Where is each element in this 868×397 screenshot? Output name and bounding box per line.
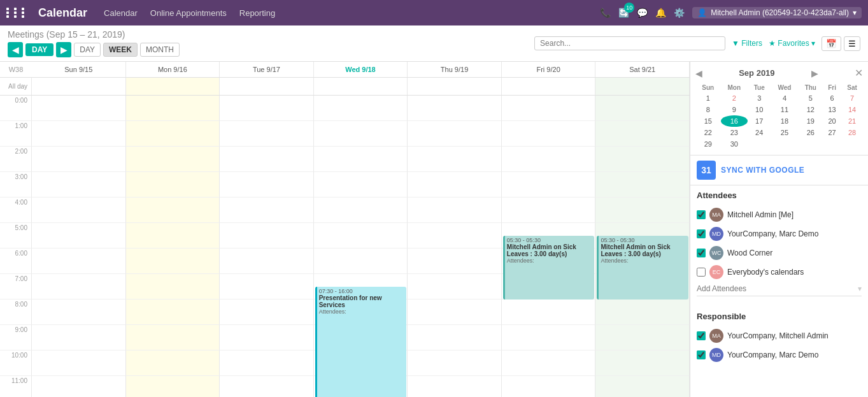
- grid-cell-8-mon[interactable]: [126, 300, 220, 325]
- grid-cell-3-sat[interactable]: [595, 172, 690, 198]
- grid-cell-11-fri[interactable]: [502, 376, 596, 397]
- grid-cell-1-mon[interactable]: [126, 121, 220, 147]
- grid-cell-2-thu[interactable]: [408, 147, 502, 172]
- grid-cell-3-thu[interactable]: [408, 172, 502, 198]
- grid-cell-9-sun[interactable]: [32, 325, 126, 350]
- grid-cell-4-tue[interactable]: [220, 198, 314, 223]
- prev-week-button[interactable]: ◀: [8, 42, 23, 57]
- grid-cell-5-tue[interactable]: [220, 223, 314, 249]
- add-attendees-input[interactable]: [697, 284, 855, 293]
- grid-cell-2-sat[interactable]: [595, 147, 690, 172]
- grid-cell-5-wed[interactable]: [314, 223, 408, 249]
- grid-cell-1-sat[interactable]: [595, 121, 690, 147]
- grid-cell-10-thu[interactable]: [408, 350, 502, 376]
- chat-icon[interactable]: 💬: [637, 8, 648, 18]
- grid-cell-9-tue[interactable]: [220, 325, 314, 350]
- grid-cell-8-sat[interactable]: [595, 300, 690, 325]
- bell-icon[interactable]: 🔔: [655, 8, 666, 18]
- mini-cal-day-12[interactable]: 12: [799, 104, 823, 115]
- grid-cell-2-sun[interactable]: [32, 147, 126, 172]
- favorites-button[interactable]: ★ Favorites ▾: [769, 39, 815, 48]
- mini-cal-day-2[interactable]: 2: [721, 92, 748, 104]
- grid-cell-10-fri[interactable]: [502, 350, 596, 376]
- calendar-event-5-5[interactable]: 05:30 - 05:30Mitchell Admin on Sick Leav…: [503, 236, 595, 300]
- mini-cal-day-3[interactable]: 3: [748, 92, 771, 104]
- mini-cal-day-19[interactable]: 19: [799, 115, 823, 127]
- apps-menu-icon[interactable]: [6, 8, 28, 18]
- mini-cal-day-10[interactable]: 10: [748, 104, 771, 115]
- nav-online-appointments[interactable]: Online Appointments: [150, 8, 227, 18]
- grid-cell-8-sun[interactable]: [32, 300, 126, 325]
- grid-cell-0-sat[interactable]: [595, 96, 690, 121]
- mini-cal-day-11[interactable]: 11: [771, 104, 798, 115]
- grid-cell-3-wed[interactable]: [314, 172, 408, 198]
- week-view-button[interactable]: WEEK: [103, 43, 138, 57]
- grid-cell-11-mon[interactable]: [126, 376, 220, 397]
- grid-cell-4-sun[interactable]: [32, 198, 126, 223]
- grid-cell-8-fri[interactable]: [502, 300, 596, 325]
- next-week-button[interactable]: ▶: [56, 42, 71, 57]
- grid-cell-3-fri[interactable]: [502, 172, 596, 198]
- grid-cell-6-mon[interactable]: [126, 249, 220, 274]
- grid-cell-9-thu[interactable]: [408, 325, 502, 350]
- mini-cal-day-5[interactable]: 5: [799, 92, 823, 104]
- grid-cell-2-wed[interactable]: [314, 147, 408, 172]
- grid-cell-4-wed[interactable]: [314, 198, 408, 223]
- grid-cell-5-sun[interactable]: [32, 223, 126, 249]
- mini-cal-day-22[interactable]: 22: [695, 127, 721, 138]
- mini-cal-day-15[interactable]: 15: [695, 115, 721, 127]
- filters-button[interactable]: ▼ Filters: [732, 39, 762, 48]
- grid-cell-1-sun[interactable]: [32, 121, 126, 147]
- grid-cell-8-thu[interactable]: [408, 300, 502, 325]
- mini-cal-day-9[interactable]: 9: [721, 104, 748, 115]
- mini-cal-next-button[interactable]: ▶: [811, 68, 818, 78]
- mini-cal-prev-button[interactable]: ◀: [695, 68, 702, 78]
- grid-cell-9-sat[interactable]: [595, 325, 690, 350]
- grid-cell-10-sat[interactable]: [595, 350, 690, 376]
- mini-cal-day-30[interactable]: 30: [721, 138, 748, 150]
- mini-cal-day-16[interactable]: 16: [721, 115, 748, 127]
- mini-cal-day-17[interactable]: 17: [748, 115, 771, 127]
- grid-cell-4-thu[interactable]: [408, 198, 502, 223]
- grid-cell-2-tue[interactable]: [220, 147, 314, 172]
- grid-cell-11-thu[interactable]: [408, 376, 502, 397]
- grid-cell-7-thu[interactable]: [408, 274, 502, 300]
- attendee-checkbox-2[interactable]: [697, 249, 706, 257]
- grid-cell-0-wed[interactable]: [314, 96, 408, 121]
- grid-cell-6-tue[interactable]: [220, 249, 314, 274]
- calendar-event-3-7[interactable]: 07:30 - 16:00Presentation for new Servic…: [315, 287, 407, 397]
- list-view-button[interactable]: ☰: [844, 36, 860, 51]
- mini-cal-day-8[interactable]: 8: [695, 104, 721, 115]
- grid-cell-0-tue[interactable]: [220, 96, 314, 121]
- grid-cell-2-mon[interactable]: [126, 147, 220, 172]
- mini-cal-day-26[interactable]: 26: [799, 127, 823, 138]
- mini-cal-day-13[interactable]: 13: [823, 104, 841, 115]
- grid-cell-11-sun[interactable]: [32, 376, 126, 397]
- mini-cal-day-23[interactable]: 23: [721, 127, 748, 138]
- grid-cell-3-sun[interactable]: [32, 172, 126, 198]
- mini-cal-day-18[interactable]: 18: [771, 115, 798, 127]
- month-view-button[interactable]: MONTH: [140, 43, 180, 57]
- grid-cell-10-sun[interactable]: [32, 350, 126, 376]
- grid-cell-4-sat[interactable]: [595, 198, 690, 223]
- mini-cal-close-button[interactable]: ✕: [855, 67, 863, 79]
- attendee-checkbox-0[interactable]: [697, 331, 706, 340]
- user-menu[interactable]: 👤 Mitchell Admin (620549-12-0-423da7-all…: [692, 7, 862, 18]
- grid-cell-7-mon[interactable]: [126, 274, 220, 300]
- grid-cell-5-thu[interactable]: [408, 223, 502, 249]
- grid-cell-8-tue[interactable]: [220, 300, 314, 325]
- grid-cell-1-thu[interactable]: [408, 121, 502, 147]
- grid-cell-7-sun[interactable]: [32, 274, 126, 300]
- grid-cell-5-mon[interactable]: [126, 223, 220, 249]
- mini-cal-day-20[interactable]: 20: [823, 115, 841, 127]
- grid-cell-0-mon[interactable]: [126, 96, 220, 121]
- mini-cal-day-14[interactable]: 14: [841, 104, 863, 115]
- grid-cell-4-fri[interactable]: [502, 198, 596, 223]
- grid-cell-6-thu[interactable]: [408, 249, 502, 274]
- mini-cal-day-29[interactable]: 29: [695, 138, 721, 150]
- grid-cell-1-wed[interactable]: [314, 121, 408, 147]
- today-button[interactable]: DAY: [25, 43, 53, 56]
- grid-cell-0-fri[interactable]: [502, 96, 596, 121]
- mini-cal-day-21[interactable]: 21: [841, 115, 863, 127]
- grid-cell-4-mon[interactable]: [126, 198, 220, 223]
